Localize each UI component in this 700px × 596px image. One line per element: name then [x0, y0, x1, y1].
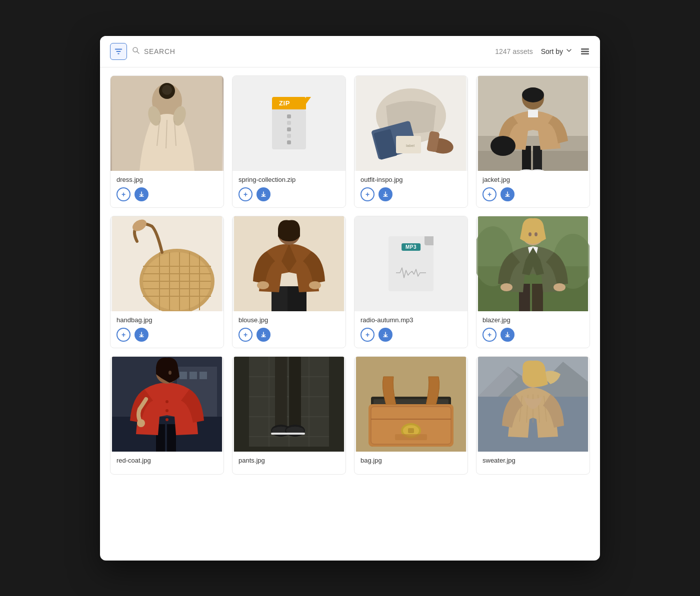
asset-grid: dress.jpg + ZIP: [110, 75, 590, 553]
list-view-button[interactable]: [580, 46, 590, 56]
chevron-down-icon: [566, 47, 572, 55]
asset-card-jacket: jacket.jpg +: [476, 75, 590, 208]
svg-rect-62: [532, 284, 543, 311]
svg-rect-75: [200, 372, 207, 379]
asset-name-outfit: outfit-inspo.jpg: [360, 176, 462, 183]
asset-actions-blouse: +: [238, 328, 340, 342]
svg-point-67: [534, 232, 538, 236]
asset-name-pants: pants.jpg: [238, 457, 340, 464]
asset-actions-jacket: +: [482, 187, 584, 201]
asset-name-blouse: blouse.jpg: [238, 316, 340, 324]
svg-point-81: [137, 419, 145, 427]
asset-card-outfit: label outfit-inspo.jpg +: [354, 75, 468, 208]
asset-actions-dress: +: [116, 187, 218, 201]
asset-count: 1247 assets: [495, 47, 533, 55]
svg-rect-77: [167, 424, 176, 452]
asset-info-dress: dress.jpg +: [110, 171, 224, 207]
asset-thumb-pants: [232, 357, 346, 452]
download-button-jacket[interactable]: [500, 187, 514, 201]
asset-card-dress: dress.jpg +: [110, 75, 224, 208]
asset-name-jacket: jacket.jpg: [482, 176, 584, 183]
filter-icon: [114, 47, 123, 56]
asset-thumb-mp3: MP3: [354, 216, 468, 311]
asset-card-pants: pants.jpg: [232, 356, 346, 475]
svg-rect-110: [408, 428, 414, 433]
asset-thumb-outfit: label: [354, 76, 468, 171]
asset-info-blouse: blouse.jpg +: [232, 311, 346, 348]
svg-point-32: [522, 87, 544, 102]
asset-name-mp3: radio-autumn.mp3: [360, 316, 462, 324]
add-button-zip[interactable]: +: [238, 187, 252, 201]
asset-card-mp3: MP3 radio-autumn.mp3 +: [354, 216, 468, 348]
download-button-blouse[interactable]: [256, 328, 270, 342]
svg-point-64: [554, 283, 566, 291]
zip-file-icon: ZIP: [272, 97, 306, 149]
asset-actions-blazer: +: [482, 328, 584, 342]
asset-info-mp3: radio-autumn.mp3 +: [354, 311, 468, 348]
svg-rect-3: [581, 50, 589, 52]
search-input[interactable]: [144, 47, 244, 55]
add-button-handbag[interactable]: +: [116, 328, 130, 342]
svg-point-78: [166, 400, 168, 403]
asset-card-blouse: blouse.jpg +: [232, 216, 346, 348]
download-button-outfit[interactable]: [378, 187, 392, 201]
svg-rect-2: [581, 48, 589, 50]
asset-info-zip: spring-collection.zip +: [232, 171, 346, 207]
asset-thumb-jacket: [476, 76, 590, 171]
asset-actions-handbag: +: [116, 328, 218, 342]
svg-point-79: [166, 409, 168, 412]
filter-button[interactable]: [110, 43, 127, 60]
toolbar: 1247 assets Sort by: [100, 36, 600, 67]
asset-info-blazer: blazer.jpg +: [476, 311, 590, 348]
asset-thumb-zip: ZIP: [232, 76, 346, 171]
asset-info-pants: pants.jpg: [232, 452, 346, 474]
svg-rect-101: [285, 433, 305, 435]
svg-rect-73: [180, 372, 187, 379]
asset-name-sweater: sweater.jpg: [482, 457, 584, 464]
download-button-zip[interactable]: [256, 187, 270, 201]
asset-card-red-coat: red-coat.jpg: [110, 356, 224, 475]
asset-actions-mp3: +: [360, 328, 462, 342]
asset-thumb-blazer: [476, 216, 590, 311]
asset-actions-outfit: +: [360, 187, 462, 201]
add-button-blouse[interactable]: +: [238, 328, 252, 342]
mp3-file-icon: MP3: [388, 236, 434, 291]
download-button-blazer[interactable]: [500, 328, 514, 342]
download-button-mp3[interactable]: [378, 328, 392, 342]
add-button-dress[interactable]: +: [116, 187, 130, 201]
svg-text:label: label: [406, 143, 414, 148]
svg-point-66: [528, 232, 532, 236]
svg-line-1: [137, 51, 139, 53]
asset-card-handbag: handbag.jpg +: [110, 216, 224, 348]
asset-name-handbag: handbag.jpg: [116, 316, 218, 324]
asset-name-bag2: bag.jpg: [360, 457, 462, 464]
svg-point-63: [500, 283, 512, 291]
asset-card-zip: ZIP: [232, 75, 346, 208]
add-button-jacket[interactable]: +: [482, 187, 496, 201]
add-button-outfit[interactable]: +: [360, 187, 374, 201]
asset-card-bag2: bag.jpg: [354, 356, 468, 475]
download-button-handbag[interactable]: [134, 328, 148, 342]
asset-info-bag2: bag.jpg: [354, 452, 468, 474]
asset-name-dress: dress.jpg: [116, 176, 218, 183]
asset-name-blazer: blazer.jpg: [482, 316, 584, 324]
app-window: 1247 assets Sort by: [100, 36, 600, 561]
asset-thumb-sweater: [476, 357, 590, 452]
asset-thumb-blouse: [232, 216, 346, 311]
sort-by-button[interactable]: Sort by: [541, 47, 572, 55]
mp3-label: MP3: [406, 244, 416, 250]
svg-rect-4: [581, 53, 589, 54]
download-button-dress[interactable]: [134, 187, 148, 201]
add-button-mp3[interactable]: +: [360, 328, 374, 342]
asset-name-red-coat: red-coat.jpg: [116, 457, 218, 464]
svg-rect-94: [275, 357, 287, 427]
svg-point-80: [166, 418, 168, 421]
asset-info-jacket: jacket.jpg +: [476, 171, 590, 207]
svg-rect-112: [395, 434, 427, 440]
svg-rect-74: [190, 372, 197, 379]
sort-by-label: Sort by: [541, 47, 563, 55]
asset-actions-zip: +: [238, 187, 340, 201]
zip-label: ZIP: [279, 99, 290, 107]
add-button-blazer[interactable]: +: [482, 328, 496, 342]
search-icon: [132, 46, 140, 56]
